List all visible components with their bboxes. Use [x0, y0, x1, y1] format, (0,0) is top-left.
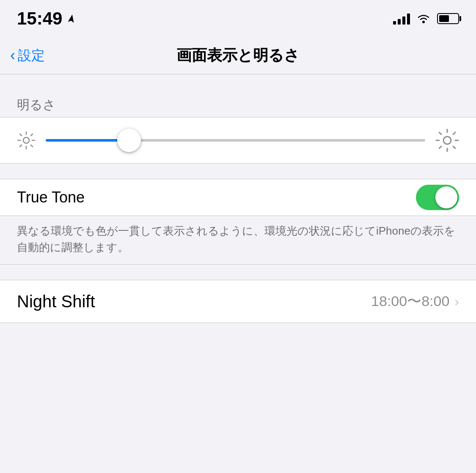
true-tone-row: True Tone — [0, 179, 476, 216]
back-chevron-icon: ‹ — [10, 48, 15, 63]
description-text: 異なる環境でも色が一貫して表示されるように、環境光の状況に応じてiPhoneの表… — [17, 224, 455, 254]
location-icon — [66, 14, 77, 24]
slider-track — [46, 139, 425, 142]
brightness-slider[interactable] — [46, 128, 425, 153]
page-title: 画面表示と明るさ — [176, 45, 300, 66]
svg-line-16 — [453, 146, 455, 148]
svg-line-7 — [31, 145, 33, 147]
svg-point-1 — [23, 137, 29, 143]
chevron-right-icon: › — [454, 295, 459, 308]
sun-large-icon — [435, 129, 459, 152]
status-bar: 15:49 — [0, 0, 476, 37]
brightness-slider-row — [0, 117, 476, 164]
night-shift-section: Night Shift 18:00〜8:00 › — [0, 280, 476, 323]
section-gap-1 — [0, 74, 476, 90]
slider-thumb[interactable] — [117, 129, 141, 152]
brightness-label: 明るさ — [17, 98, 56, 112]
night-shift-time: 18:00〜8:00 — [371, 292, 449, 311]
battery-icon — [437, 13, 459, 24]
sun-small-icon — [17, 131, 36, 150]
back-label: 設定 — [18, 46, 45, 65]
svg-line-18 — [439, 146, 441, 148]
night-shift-right: 18:00〜8:00 › — [371, 292, 459, 311]
svg-point-0 — [422, 21, 425, 23]
svg-line-8 — [31, 134, 33, 136]
svg-line-15 — [439, 132, 441, 134]
brightness-label-row: 明るさ — [0, 90, 476, 117]
night-shift-label: Night Shift — [17, 292, 95, 311]
svg-line-9 — [20, 145, 22, 147]
true-tone-description: 異なる環境でも色が一貫して表示されるように、環境光の状況に応じてiPhoneの表… — [0, 216, 476, 265]
wifi-icon — [416, 13, 431, 25]
back-button[interactable]: ‹ 設定 — [10, 46, 45, 65]
toggle-knob — [435, 186, 457, 208]
signal-bars-icon — [393, 13, 410, 25]
time-display: 15:49 — [17, 8, 62, 29]
svg-line-6 — [20, 134, 22, 136]
svg-line-17 — [453, 132, 455, 134]
status-icons — [393, 13, 459, 25]
slider-fill — [46, 139, 129, 142]
bottom-gap — [0, 323, 476, 473]
nav-bar: ‹ 設定 画面表示と明るさ — [0, 37, 476, 74]
status-time: 15:49 — [17, 8, 77, 29]
true-tone-label: True Tone — [17, 189, 85, 206]
true-tone-section: True Tone — [0, 179, 476, 216]
svg-point-10 — [443, 137, 451, 144]
true-tone-toggle[interactable] — [416, 185, 459, 210]
night-shift-row[interactable]: Night Shift 18:00〜8:00 › — [0, 280, 476, 323]
